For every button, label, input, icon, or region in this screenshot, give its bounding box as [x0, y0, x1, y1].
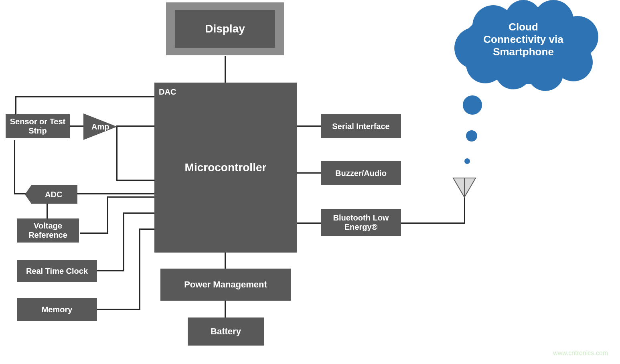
cloud-dot-small	[464, 158, 470, 164]
adc-label: ADC	[45, 190, 62, 199]
connector	[225, 56, 226, 84]
connector	[116, 125, 156, 127]
connector	[80, 233, 108, 234]
display-label: Display	[205, 22, 245, 35]
connector	[225, 301, 226, 319]
watermark: www.cntronics.com	[553, 350, 608, 357]
voltage-ref-block: Voltage Reference	[17, 218, 79, 243]
microcontroller-label: Microcontroller	[185, 161, 267, 174]
antenna-icon	[452, 176, 477, 199]
power-mgmt-block: Power Management	[160, 269, 291, 301]
memory-label: Memory	[42, 305, 73, 314]
power-mgmt-label: Power Management	[184, 279, 267, 290]
buzzer-label: Buzzer/Audio	[335, 169, 387, 178]
connector	[47, 204, 48, 220]
battery-block: Battery	[188, 317, 264, 346]
connector	[296, 125, 322, 127]
connector	[139, 229, 155, 230]
connector	[14, 140, 15, 194]
connector	[296, 172, 322, 174]
amp-label: Amp	[91, 122, 109, 131]
connector	[225, 253, 226, 269]
dac-label: DAC	[159, 87, 176, 97]
rtc-block: Real Time Clock	[17, 260, 97, 282]
sensor-block: Sensor or Test Strip	[6, 114, 70, 138]
amp-block: Amp	[83, 113, 119, 141]
serial-label: Serial Interface	[332, 122, 389, 131]
sensor-label: Sensor or Test Strip	[10, 117, 66, 135]
connector	[107, 196, 108, 234]
cloud-label: Cloud Connectivity via Smartphone	[463, 21, 584, 58]
connector	[15, 96, 156, 97]
cloud-dot-large	[463, 95, 482, 115]
buzzer-block: Buzzer/Audio	[321, 161, 401, 185]
ble-label: Bluetooth Low Energy®	[333, 213, 389, 232]
adc-block: ADC	[24, 184, 78, 204]
voltage-ref-label: Voltage Reference	[28, 221, 67, 240]
connector	[116, 180, 156, 181]
serial-block: Serial Interface	[321, 114, 401, 138]
memory-block: Memory	[17, 298, 97, 321]
connector	[96, 309, 140, 310]
connector	[75, 193, 156, 194]
rtc-label: Real Time Clock	[26, 267, 88, 276]
display-block: Display	[175, 10, 275, 48]
connector	[401, 222, 465, 224]
battery-label: Battery	[211, 326, 241, 337]
connector	[123, 212, 124, 271]
microcontroller-block: Microcontroller	[154, 83, 297, 253]
connector	[296, 222, 322, 224]
connector	[123, 212, 155, 214]
connector	[96, 270, 124, 271]
connector	[107, 196, 155, 198]
ble-block: Bluetooth Low Energy®	[321, 209, 401, 236]
cloud-dot-med	[466, 130, 477, 142]
connector	[139, 229, 140, 310]
